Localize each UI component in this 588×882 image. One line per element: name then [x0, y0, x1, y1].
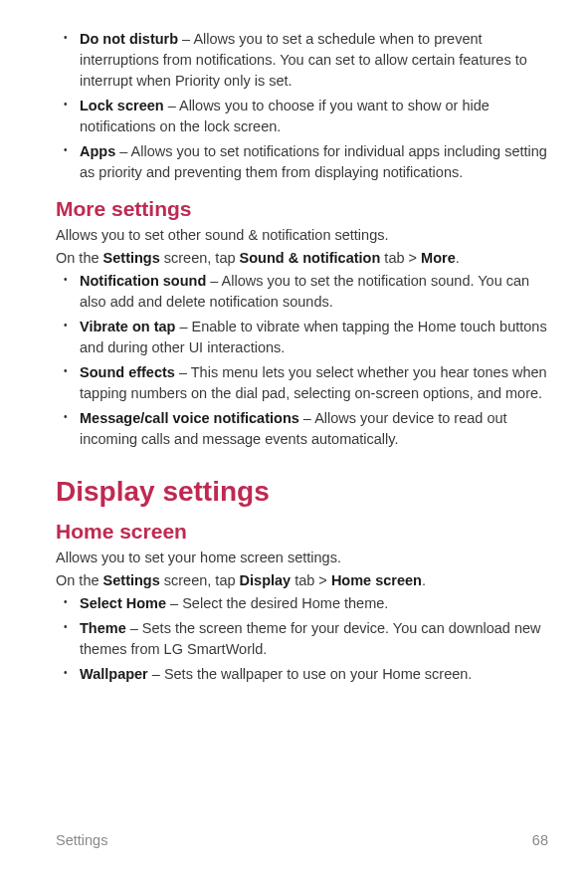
- home-screen-path: On the Settings screen, tap Display tab …: [56, 570, 548, 591]
- footer-section: Settings: [56, 832, 107, 848]
- home-screen-intro: Allows you to set your home screen setti…: [56, 548, 548, 568]
- page-footer: Settings 68: [56, 832, 548, 848]
- item-term: Wallpaper: [80, 666, 148, 682]
- list-item: Vibrate on tap – Enable to vibrate when …: [80, 317, 548, 358]
- list-item: Sound effects – This menu lets you selec…: [80, 362, 548, 404]
- item-term: Sound effects: [80, 364, 175, 380]
- list-item: Lock screen – Allows you to choose if yo…: [80, 96, 548, 137]
- item-term: Notification sound: [80, 273, 206, 289]
- list-item: Do not disturb – Allows you to set a sch…: [80, 29, 548, 92]
- item-term: Do not disturb: [80, 31, 178, 47]
- item-term: Message/call voice notifications: [80, 410, 299, 426]
- list-item: Message/call voice notifications – Allow…: [80, 408, 548, 450]
- list-item: Select Home – Select the desired Home th…: [80, 593, 548, 614]
- item-term: Lock screen: [80, 98, 164, 113]
- list-item: Wallpaper – Sets the wallpaper to use on…: [80, 664, 548, 685]
- more-settings-path: On the Settings screen, tap Sound & noti…: [56, 248, 548, 269]
- more-settings-heading: More settings: [56, 197, 548, 221]
- item-term: Vibrate on tap: [80, 319, 175, 334]
- list-item: Apps – Allows you to set notifications f…: [80, 141, 548, 183]
- home-screen-heading: Home screen: [56, 520, 548, 544]
- footer-page-number: 68: [532, 832, 548, 848]
- top-bullet-list: Do not disturb – Allows you to set a sch…: [56, 29, 548, 183]
- item-desc: – Sets the screen theme for your device.…: [80, 620, 540, 657]
- item-term: Theme: [80, 620, 126, 636]
- more-settings-intro: Allows you to set other sound & notifica…: [56, 225, 548, 246]
- item-desc: – Sets the wallpaper to use on your Home…: [148, 666, 473, 682]
- display-settings-heading: Display settings: [56, 476, 548, 508]
- item-desc: – Allows you to set notifications for in…: [80, 143, 547, 180]
- page-content: Do not disturb – Allows you to set a sch…: [0, 0, 588, 685]
- list-item: Notification sound – Allows you to set t…: [80, 271, 548, 313]
- item-term: Select Home: [80, 595, 166, 611]
- list-item: Theme – Sets the screen theme for your d…: [80, 618, 548, 660]
- item-desc: – Select the desired Home theme.: [166, 595, 388, 611]
- home-screen-list: Select Home – Select the desired Home th…: [56, 593, 548, 685]
- item-term: Apps: [80, 143, 115, 159]
- more-settings-list: Notification sound – Allows you to set t…: [56, 271, 548, 450]
